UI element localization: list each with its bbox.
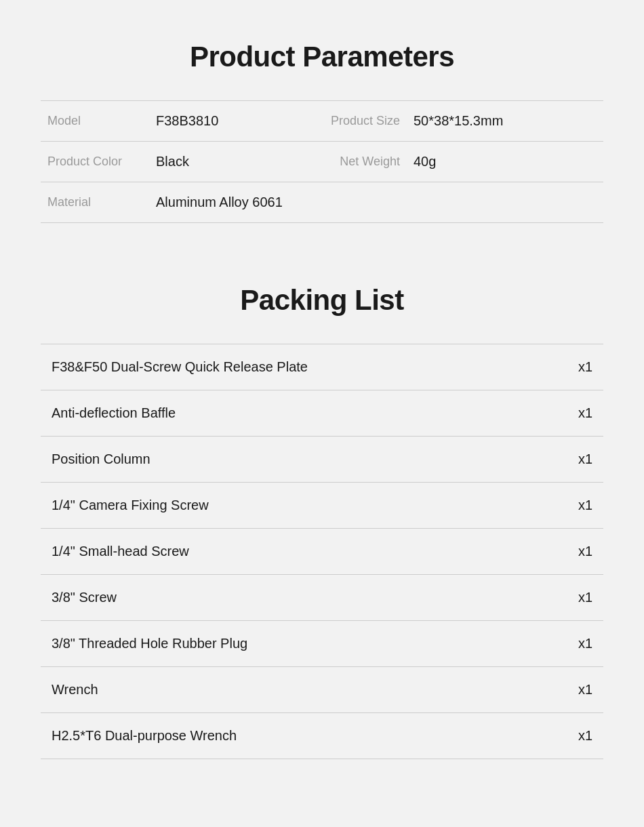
packing-row-5: 3/8" Screw x1 — [41, 575, 603, 621]
param-label-2-1: Material — [41, 182, 149, 223]
packing-item-name-6: 3/8" Threaded Hole Rubber Plug — [41, 621, 539, 667]
param-label-2-2 — [298, 182, 407, 223]
packing-row-4: 1/4" Small-head Screw x1 — [41, 529, 603, 575]
params-row-2: Material Aluminum Alloy 6061 — [41, 182, 603, 223]
packing-row-6: 3/8" Threaded Hole Rubber Plug x1 — [41, 621, 603, 667]
param-label-0-1: Model — [41, 101, 149, 142]
packing-item-name-0: F38&F50 Dual-Screw Quick Release Plate — [41, 344, 539, 390]
packing-item-name-3: 1/4" Camera Fixing Screw — [41, 483, 539, 529]
packing-item-qty-1: x1 — [539, 390, 603, 437]
params-row-0: Model F38B3810 Product Size 50*38*15.3mm — [41, 101, 603, 142]
param-label-0-2: Product Size — [298, 101, 407, 142]
product-parameters-title: Product Parameters — [41, 41, 603, 73]
packing-row-3: 1/4" Camera Fixing Screw x1 — [41, 483, 603, 529]
packing-item-name-1: Anti-deflection Baffle — [41, 390, 539, 437]
spacer — [41, 264, 603, 284]
packing-row-0: F38&F50 Dual-Screw Quick Release Plate x… — [41, 344, 603, 390]
param-label-1-2: Net Weight — [298, 142, 407, 182]
param-label-1-1: Product Color — [41, 142, 149, 182]
param-value-0-1: F38B3810 — [149, 101, 298, 142]
packing-row-7: Wrench x1 — [41, 667, 603, 713]
param-value-2-1: Aluminum Alloy 6061 — [149, 182, 298, 223]
param-value-0-2: 50*38*15.3mm — [407, 101, 603, 142]
packing-row-1: Anti-deflection Baffle x1 — [41, 390, 603, 437]
packing-item-qty-2: x1 — [539, 437, 603, 483]
param-value-2-2 — [407, 182, 603, 223]
param-value-1-1: Black — [149, 142, 298, 182]
packing-item-qty-7: x1 — [539, 667, 603, 713]
packing-item-name-2: Position Column — [41, 437, 539, 483]
packing-item-qty-4: x1 — [539, 529, 603, 575]
page: Product Parameters Model F38B3810 Produc… — [0, 0, 644, 827]
params-row-1: Product Color Black Net Weight 40g — [41, 142, 603, 182]
product-parameters-table: Model F38B3810 Product Size 50*38*15.3mm… — [41, 100, 603, 223]
param-value-1-2: 40g — [407, 142, 603, 182]
packing-item-qty-6: x1 — [539, 621, 603, 667]
packing-item-name-4: 1/4" Small-head Screw — [41, 529, 539, 575]
packing-row-8: H2.5*T6 Dual-purpose Wrench x1 — [41, 713, 603, 759]
packing-item-qty-5: x1 — [539, 575, 603, 621]
packing-list-title: Packing List — [41, 284, 603, 317]
packing-list-table: F38&F50 Dual-Screw Quick Release Plate x… — [41, 344, 603, 759]
packing-row-2: Position Column x1 — [41, 437, 603, 483]
packing-item-name-8: H2.5*T6 Dual-purpose Wrench — [41, 713, 539, 759]
packing-item-qty-0: x1 — [539, 344, 603, 390]
packing-item-name-5: 3/8" Screw — [41, 575, 539, 621]
packing-item-qty-3: x1 — [539, 483, 603, 529]
packing-item-name-7: Wrench — [41, 667, 539, 713]
packing-item-qty-8: x1 — [539, 713, 603, 759]
